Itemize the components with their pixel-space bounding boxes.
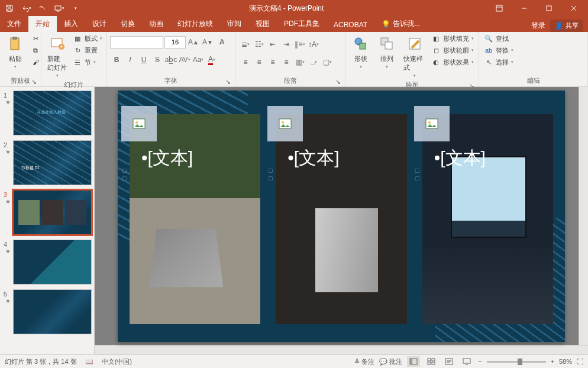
shape-outline-button[interactable]: ◻形状轮廓▾	[430, 45, 475, 56]
login-link[interactable]: 登录	[531, 21, 545, 31]
fit-to-window-button[interactable]: ⛶	[577, 358, 583, 365]
content-card-3[interactable]: •[文本] ▢▢	[422, 114, 553, 324]
align-text-button[interactable]: ⎵▾	[307, 56, 320, 69]
zoom-level[interactable]: 58%	[559, 358, 572, 365]
justify-button[interactable]: ≡	[280, 56, 293, 69]
shapes-button[interactable]: 形状▾	[349, 33, 373, 70]
tab-review[interactable]: 审阅	[220, 16, 248, 32]
change-case-button[interactable]: Aa▾	[192, 53, 205, 66]
maximize-button[interactable]	[537, 1, 561, 15]
quick-styles-button[interactable]: 快速样式▾	[401, 33, 428, 79]
picture-placeholder-icon[interactable]	[414, 106, 450, 141]
font-name-combo[interactable]	[110, 36, 163, 49]
bullets-button[interactable]: ≣▾	[239, 38, 252, 51]
copy-button[interactable]: ⧉	[30, 45, 41, 56]
slide-sorter-view-button[interactable]	[425, 356, 438, 367]
thumbnail-panel[interactable]: 1★ 在此处输入标题 2★ 节标题 01 3★ 4★ 5★	[0, 87, 95, 354]
italic-button[interactable]: I	[124, 53, 137, 66]
increase-font-button[interactable]: A▲	[187, 35, 200, 49]
text-placeholder-1[interactable]: •[文本]	[141, 146, 193, 170]
tab-file[interactable]: 文件	[0, 16, 28, 32]
tab-transitions[interactable]: 切换	[114, 16, 142, 32]
normal-view-button[interactable]	[407, 356, 420, 367]
slide-canvas[interactable]: •[文本] ▢▢ •[文本] ▢▢ •[文本] ▢▢	[118, 91, 565, 342]
line-spacing-button[interactable]: ‖≡▾	[293, 38, 306, 51]
picture-placeholder-icon[interactable]	[267, 106, 303, 141]
char-spacing-button[interactable]: AV▾	[178, 53, 191, 66]
layout-button[interactable]: ▦版式▾	[72, 33, 104, 44]
strikethrough-button[interactable]: S	[151, 53, 164, 66]
slideshow-view-button[interactable]	[460, 356, 473, 367]
tab-home[interactable]: 开始	[28, 16, 57, 32]
close-button[interactable]	[562, 1, 586, 15]
shape-fill-button[interactable]: ◧形状填充▾	[430, 33, 475, 44]
clear-formatting-button[interactable]: A̷	[215, 35, 228, 49]
start-from-beginning-button[interactable]: ▾	[52, 1, 66, 15]
notes-button[interactable]: ≜ 备注	[354, 357, 374, 366]
underline-button[interactable]: U	[137, 53, 150, 66]
picture-placeholder-icon[interactable]	[121, 106, 157, 141]
decrease-indent-button[interactable]: ⇤	[266, 38, 279, 51]
columns-button[interactable]: ▥▾	[293, 56, 306, 69]
language-indicator[interactable]: 中文(中国)	[102, 357, 132, 366]
tab-design[interactable]: 设计	[85, 16, 114, 32]
replace-button[interactable]: ab替换▾	[483, 45, 515, 56]
reading-view-button[interactable]	[442, 356, 455, 367]
thumbnail-5[interactable]: 5★	[2, 289, 92, 334]
zoom-out-button[interactable]: −	[478, 358, 482, 365]
align-center-button[interactable]: ≡	[253, 56, 266, 69]
content-card-1[interactable]: •[文本] ▢▢	[130, 114, 260, 324]
thumbnail-4[interactable]: 4★	[2, 240, 92, 285]
new-slide-button[interactable]: 新建 幻灯片▾	[45, 33, 69, 79]
bold-button[interactable]: B	[110, 53, 123, 66]
vertical-scrollbar[interactable]	[579, 87, 588, 345]
shape-effects-button[interactable]: ◐形状效果▾	[430, 57, 475, 67]
thumbnail-3[interactable]: 3★	[2, 190, 92, 235]
tellme-search[interactable]: 💡告诉我...	[374, 16, 427, 32]
tab-insert[interactable]: 插入	[57, 16, 85, 32]
smartart-button[interactable]: ▢▾	[321, 56, 334, 69]
comments-button[interactable]: 💬 批注	[379, 357, 402, 366]
horizontal-scrollbar[interactable]	[95, 345, 588, 354]
numbering-button[interactable]: ☷▾	[253, 38, 266, 51]
zoom-in-button[interactable]: +	[551, 358, 554, 365]
font-color-button[interactable]: A▾	[205, 53, 218, 66]
reset-button[interactable]: ↻重置	[72, 45, 104, 56]
clipboard-dialog-launcher[interactable]: ↘	[30, 78, 37, 85]
content-card-2[interactable]: •[文本] ▢▢	[276, 114, 406, 324]
find-button[interactable]: 🔍查找	[483, 33, 515, 44]
ribbon-display-options-button[interactable]	[487, 1, 511, 15]
tab-animations[interactable]: 动画	[142, 16, 170, 32]
tab-slideshow[interactable]: 幻灯片放映	[170, 16, 220, 32]
decrease-font-button[interactable]: A▼	[201, 35, 214, 49]
tab-view[interactable]: 视图	[248, 16, 277, 32]
text-placeholder-2[interactable]: •[文本]	[287, 146, 339, 170]
text-direction-button[interactable]: ↕A▾	[307, 38, 320, 51]
arrange-button[interactable]: 排列▾	[375, 33, 399, 70]
increase-indent-button[interactable]: ⇥	[280, 38, 293, 51]
share-button[interactable]: 👤共享	[550, 20, 583, 32]
thumbnail-1[interactable]: 1★ 在此处输入标题	[2, 91, 92, 135]
paragraph-dialog-launcher[interactable]: ↘	[334, 78, 341, 85]
zoom-slider[interactable]	[487, 361, 546, 363]
shadow-button[interactable]: ab̲c	[164, 53, 177, 66]
cut-button[interactable]: ✂	[30, 33, 41, 44]
paste-button[interactable]: 粘贴▾	[4, 33, 27, 70]
section-button[interactable]: ☰节▾	[72, 57, 104, 67]
redo-button[interactable]	[35, 1, 50, 15]
text-placeholder-3[interactable]: •[文本]	[434, 146, 486, 170]
customize-qat-button[interactable]: ▾	[69, 1, 83, 15]
format-painter-button[interactable]: 🖌	[30, 57, 41, 67]
align-right-button[interactable]: ≡	[266, 56, 279, 69]
tab-pdftools[interactable]: PDF工具集	[277, 16, 327, 32]
undo-button[interactable]: ▾	[19, 1, 33, 15]
align-left-button[interactable]: ≡	[239, 56, 252, 69]
save-button[interactable]	[2, 1, 17, 15]
font-size-combo[interactable]	[164, 36, 186, 49]
spellcheck-indicator[interactable]: 📖	[85, 358, 93, 366]
minimize-button[interactable]	[512, 1, 536, 15]
thumbnail-2[interactable]: 2★ 节标题 01	[2, 140, 92, 185]
tab-acrobat[interactable]: ACROBAT	[327, 18, 374, 32]
font-dialog-launcher[interactable]: ↘	[224, 78, 231, 85]
slide-counter[interactable]: 幻灯片 第 3 张，共 14 张	[5, 357, 77, 366]
